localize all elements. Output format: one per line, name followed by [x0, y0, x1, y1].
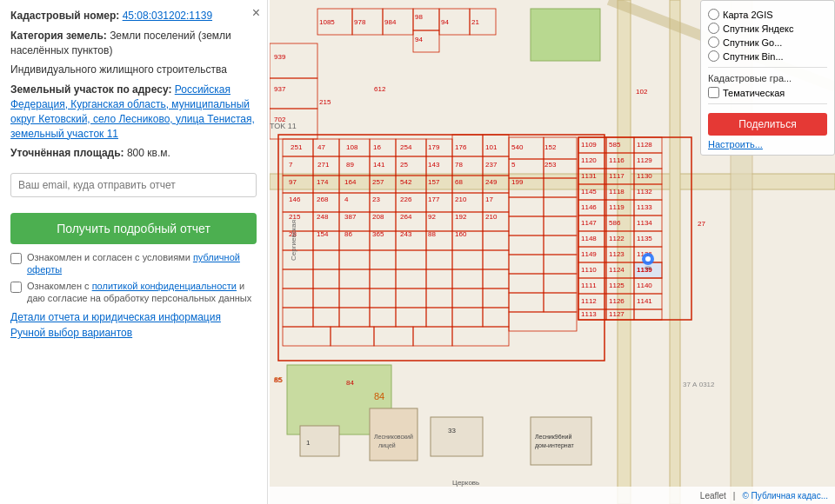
svg-text:1130: 1130 [637, 172, 652, 180]
svg-text:199: 199 [511, 178, 524, 186]
manual-select-link[interactable]: Ручной выбор вариантов [10, 327, 257, 339]
svg-text:1122: 1122 [609, 235, 625, 242]
map-options-panel: Карта 2GIS Спутник Яндекс Спутник Go... … [700, 0, 835, 156]
svg-rect-63 [483, 231, 509, 250]
svg-text:176: 176 [455, 143, 467, 151]
satellite-go-label: Спутник Go... [723, 37, 782, 48]
consent1-checkbox[interactable] [10, 253, 22, 264]
satellite-bi-radio[interactable] [708, 50, 719, 62]
thematic-option[interactable]: Тематическая [708, 87, 827, 98]
svg-rect-91 [426, 288, 452, 308]
public-cadastral-link[interactable]: © Публичная кадас... [742, 491, 828, 501]
svg-rect-101 [426, 308, 452, 327]
svg-point-246 [645, 266, 651, 269]
svg-text:254: 254 [400, 143, 412, 151]
svg-text:264: 264 [400, 213, 412, 221]
svg-text:248: 248 [317, 213, 329, 221]
svg-text:102: 102 [636, 88, 648, 96]
svg-rect-94 [509, 274, 544, 293]
svg-rect-104 [509, 293, 544, 312]
map-2gis-option[interactable]: Карта 2GIS [708, 9, 827, 20]
land-category-label: Категория земель: [10, 30, 107, 42]
svg-rect-87 [313, 288, 339, 308]
cadastral-number-link[interactable]: 45:08:031202:1139 [123, 10, 212, 22]
get-report-button[interactable]: Получить подробный отчет [10, 213, 257, 244]
svg-text:152: 152 [544, 143, 557, 151]
svg-text:542: 542 [400, 178, 412, 186]
svg-rect-74 [509, 235, 544, 255]
svg-rect-99 [370, 308, 396, 327]
svg-rect-92 [452, 288, 483, 308]
svg-text:243: 243 [400, 230, 412, 238]
satellite-go-option[interactable]: Спутник Go... [708, 36, 827, 48]
svg-text:94: 94 [415, 36, 423, 43]
svg-rect-108 [374, 327, 413, 346]
svg-text:1134: 1134 [637, 219, 652, 227]
share-button[interactable]: Поделиться [708, 113, 827, 136]
satellite-bi-option[interactable]: Спутник Bin... [708, 50, 827, 62]
svg-text:365: 365 [372, 230, 384, 238]
satellite-ya-option[interactable]: Спутник Яндекс [708, 23, 827, 34]
svg-rect-261 [270, 43, 317, 78]
svg-text:85: 85 [274, 375, 283, 384]
svg-rect-66 [283, 250, 313, 269]
svg-text:249: 249 [485, 178, 498, 186]
leaflet-attribution: Leaflet [700, 491, 726, 501]
svg-text:1116: 1116 [609, 156, 625, 164]
svg-rect-81 [426, 269, 452, 288]
svg-text:84: 84 [346, 379, 354, 387]
svg-rect-4 [670, 0, 680, 504]
svg-text:939: 939 [274, 53, 286, 61]
svg-rect-73 [483, 250, 509, 269]
address-row: Земельный участок по адресу: Российская … [10, 83, 257, 141]
svg-text:TOK 11: TOK 11 [270, 122, 297, 130]
svg-text:237: 237 [485, 161, 498, 169]
svg-text:1148: 1148 [581, 235, 597, 242]
svg-rect-18 [339, 156, 370, 176]
svg-text:540: 540 [511, 143, 524, 151]
svg-rect-68 [339, 250, 370, 269]
satellite-go-radio[interactable] [708, 36, 719, 48]
cadastral-number-row: Кадастровый номер: 45:08:031202:1139 [10, 9, 257, 23]
svg-text:5: 5 [511, 161, 516, 169]
svg-rect-111 [509, 312, 577, 331]
close-button[interactable]: × [252, 5, 260, 21]
svg-rect-82 [452, 269, 483, 288]
svg-rect-64 [509, 216, 544, 235]
svg-text:17: 17 [485, 196, 493, 203]
info-panel: × Кадастровый номер: 45:08:031202:1139 К… [0, 0, 268, 504]
svg-rect-106 [283, 327, 331, 346]
svg-rect-96 [283, 308, 313, 327]
email-input[interactable] [10, 173, 257, 197]
svg-text:47: 47 [317, 143, 325, 151]
privacy-policy-link[interactable]: политикой конфиденциальности [92, 281, 237, 291]
consent2-checkbox[interactable] [10, 282, 22, 293]
configure-button[interactable]: Настроить... [708, 139, 763, 149]
svg-rect-54 [509, 197, 544, 216]
svg-text:210: 210 [485, 213, 498, 221]
map-2gis-radio[interactable] [708, 9, 719, 20]
svg-rect-79 [370, 269, 396, 288]
satellite-bi-label: Спутник Bin... [723, 51, 784, 62]
svg-text:215: 215 [319, 98, 331, 106]
svg-rect-273 [431, 417, 483, 456]
svg-text:1131: 1131 [581, 172, 597, 180]
svg-text:94: 94 [441, 18, 449, 26]
svg-text:1120: 1120 [581, 156, 597, 164]
svg-rect-105 [544, 293, 577, 312]
svg-text:141: 141 [373, 161, 385, 169]
satellite-ya-radio[interactable] [708, 23, 719, 34]
svg-point-245 [645, 256, 651, 262]
svg-text:лицей: лицей [378, 442, 396, 449]
svg-text:1: 1 [306, 439, 311, 447]
details-link[interactable]: Детали отчета и юридическая информация [10, 311, 257, 323]
svg-rect-90 [396, 288, 426, 308]
area-label: Уточнённая площадь: [10, 147, 124, 159]
svg-text:179: 179 [428, 143, 440, 151]
svg-text:16: 16 [373, 143, 381, 151]
svg-text:157: 157 [428, 178, 440, 186]
svg-rect-275 [531, 417, 591, 465]
svg-text:586: 586 [609, 219, 621, 227]
thematic-checkbox[interactable] [708, 87, 719, 98]
panel-links: Детали отчета и юридическая информация Р… [10, 311, 257, 339]
